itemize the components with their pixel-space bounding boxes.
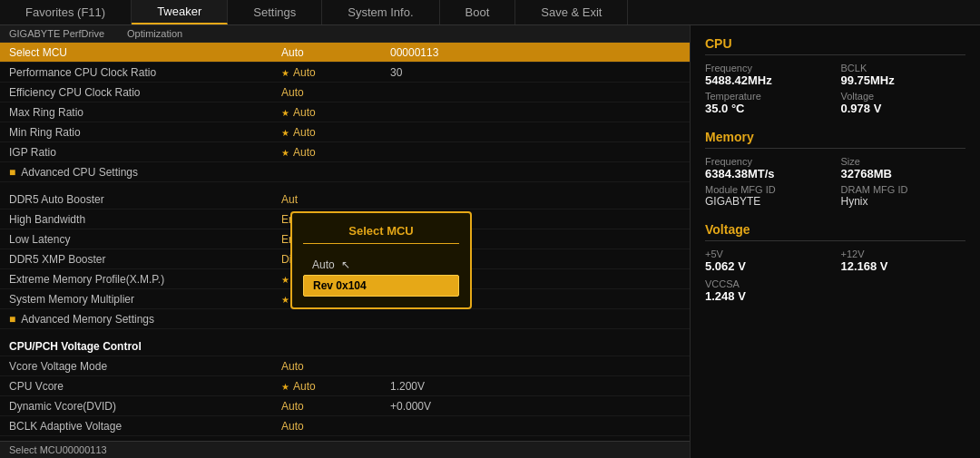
- status-bar: Select MCU00000113: [0, 441, 690, 458]
- cpu-temp-value: 35.0 °C: [705, 102, 830, 115]
- section-header: GIGABYTE PerfDrive Optimization: [0, 25, 690, 43]
- row-perf-cpu-clock-value: ★Auto: [281, 66, 390, 79]
- voltage-12v-value: 12.168 V: [841, 259, 966, 273]
- cpu-bclk-col: BCLK 99.75MHz Voltage 0.978 V: [841, 63, 966, 115]
- row-advanced-cpu-name: ■Advanced CPU Settings: [9, 166, 281, 179]
- divider-1: [0, 182, 690, 190]
- bullet-icon-2: ■: [9, 313, 15, 326]
- star-icon-4: ★: [281, 148, 289, 158]
- nav-save-exit[interactable]: Save & Exit: [515, 0, 628, 24]
- row-advanced-memory-name: ■Advanced Memory Settings: [9, 313, 281, 326]
- row-dvid-value: Auto: [281, 400, 390, 413]
- row-dvid-name: Dynamic Vcore(DVID): [9, 400, 281, 413]
- row-perf-cpu-clock-name: Performance CPU Clock Ratio: [9, 66, 281, 79]
- row-cpu-vcore[interactable]: CPU Vcore ★Auto 1.200V: [0, 376, 690, 396]
- row-sys-mem-name: System Memory Multiplier: [9, 293, 281, 306]
- row-vcore-mode[interactable]: Vcore Voltage Mode Auto: [0, 356, 690, 376]
- star-icon-5: ★: [281, 275, 289, 285]
- row-xmp-name: Extreme Memory Profile(X.M.P.): [9, 273, 281, 286]
- row-bclk-voltage[interactable]: BCLK Adaptive Voltage Auto: [0, 416, 690, 436]
- row-cpu-vcore-value2: 1.200V: [390, 380, 681, 393]
- row-select-mcu[interactable]: Select MCU Auto 00000113: [0, 43, 690, 63]
- bullet-icon: ■: [9, 166, 15, 179]
- col-name-header: GIGABYTE PerfDrive: [9, 28, 127, 39]
- col-opt-header: Optimization: [127, 28, 182, 39]
- star-icon-6: ★: [281, 295, 289, 305]
- voltage-vccsa-value: 1.248 V: [705, 289, 965, 303]
- memory-size-value: 32768MB: [841, 167, 966, 180]
- row-igp-ratio-name: IGP Ratio: [9, 146, 281, 159]
- row-perf-cpu-clock-value2: 30: [390, 66, 681, 79]
- row-select-mcu-value: Auto: [281, 46, 390, 59]
- cpu-stats-grid: Frequency 5488.42MHz Temperature 35.0 °C…: [705, 63, 965, 115]
- voltage-5v-value: 5.062 V: [705, 259, 830, 273]
- popup-option-auto-label: Auto: [312, 258, 335, 271]
- row-max-ring-value: ★Auto: [281, 106, 390, 119]
- row-perf-cpu-clock[interactable]: Performance CPU Clock Ratio ★Auto 30: [0, 63, 690, 83]
- row-eff-cpu-clock-value: Auto: [281, 86, 390, 99]
- row-select-mcu-value2: 00000113: [390, 46, 681, 59]
- memory-freq-label: Frequency: [705, 156, 830, 167]
- memory-stats-grid: Frequency 6384.38MT/s Module MFG ID GIGA…: [705, 156, 965, 208]
- cpu-freq-label: Frequency 5488.42MHz Temperature 35.0 °C: [705, 63, 830, 115]
- cpu-section: CPU Frequency 5488.42MHz Temperature 35.…: [705, 36, 965, 115]
- voltage-5v-col: +5V 5.062 V: [705, 248, 830, 273]
- row-ddr5-booster-name: DDR5 Auto Booster: [9, 193, 281, 206]
- memory-dram-label: DRAM MFG ID: [841, 184, 966, 195]
- cpu-voltage-label: Voltage: [841, 91, 966, 102]
- nav-settings[interactable]: Settings: [228, 0, 322, 24]
- row-dvid[interactable]: Dynamic Vcore(DVID) Auto +0.000V: [0, 396, 690, 416]
- row-min-ring[interactable]: Min Ring Ratio ★Auto: [0, 122, 690, 142]
- row-vcore-mode-name: Vcore Voltage Mode: [9, 360, 281, 373]
- row-igp-ratio[interactable]: IGP Ratio ★Auto: [0, 142, 690, 162]
- memory-dram-value: Hynix: [841, 195, 966, 208]
- select-mcu-popup[interactable]: Select MCU Auto ↖ Rev 0x104: [290, 211, 472, 309]
- star-icon-2: ★: [281, 108, 289, 118]
- cpu-frequency-value: 5488.42MHz: [705, 73, 830, 87]
- voltage-12v-label: +12V: [841, 248, 966, 259]
- memory-freq-value: 6384.38MT/s: [705, 167, 830, 180]
- star-icon-7: ★: [281, 382, 289, 392]
- voltage-5v-label: +5V: [705, 248, 830, 259]
- memory-size-col: Size 32768MB DRAM MFG ID Hynix: [841, 156, 966, 208]
- popup-option-rev[interactable]: Rev 0x104: [303, 275, 459, 297]
- nav-boot[interactable]: Boot: [440, 0, 516, 24]
- voltage-section: Voltage +5V 5.062 V +12V 12.168 V VCCSA …: [705, 222, 965, 303]
- popup-option-auto[interactable]: Auto ↖: [303, 255, 459, 275]
- row-ddr5-xmp-name: DDR5 XMP Booster: [9, 253, 281, 266]
- row-max-ring-name: Max Ring Ratio: [9, 106, 281, 119]
- row-ddr5-booster[interactable]: DDR5 Auto Booster Aut: [0, 190, 690, 210]
- memory-section: Memory Frequency 6384.38MT/s Module MFG …: [705, 130, 965, 208]
- nav-system-info[interactable]: System Info.: [322, 0, 439, 24]
- voltage-vccsa-row: VCCSA 1.248 V: [705, 278, 965, 303]
- cursor-icon: ↖: [341, 258, 350, 271]
- popup-title: Select MCU: [303, 224, 459, 244]
- memory-section-title: Memory: [705, 130, 965, 149]
- divider-2: [0, 329, 690, 336]
- row-dvid-value2: +0.000V: [390, 400, 681, 413]
- row-voltage-header: CPU/PCH Voltage Control: [0, 336, 690, 356]
- star-icon: ★: [281, 68, 289, 78]
- main-layout: GIGABYTE PerfDrive Optimization Select M…: [0, 25, 980, 458]
- row-eff-cpu-clock-name: Efficiency CPU Clock Ratio: [9, 86, 281, 99]
- row-cpu-vcore-value: ★Auto: [281, 380, 390, 393]
- row-eff-cpu-clock[interactable]: Efficiency CPU Clock Ratio Auto: [0, 83, 690, 102]
- row-max-ring[interactable]: Max Ring Ratio ★Auto: [0, 102, 690, 122]
- voltage-stats-grid: +5V 5.062 V +12V 12.168 V: [705, 248, 965, 273]
- row-high-bandwidth-name: High Bandwidth: [9, 213, 281, 226]
- row-advanced-cpu[interactable]: ■Advanced CPU Settings: [0, 162, 690, 182]
- cpu-bclk-value: 99.75MHz: [841, 73, 966, 87]
- cpu-temp-label: Temperature: [705, 91, 830, 102]
- nav-tweaker[interactable]: Tweaker: [132, 0, 228, 24]
- row-bclk-voltage-name: BCLK Adaptive Voltage: [9, 420, 281, 433]
- row-cpu-vcore-name: CPU Vcore: [9, 380, 281, 393]
- memory-mfg-label: Module MFG ID: [705, 184, 830, 195]
- left-panel: GIGABYTE PerfDrive Optimization Select M…: [0, 25, 690, 458]
- row-advanced-memory[interactable]: ■Advanced Memory Settings: [0, 309, 690, 329]
- nav-favorites[interactable]: Favorites (F11): [0, 0, 132, 24]
- cpu-voltage-value: 0.978 V: [841, 102, 966, 115]
- memory-freq-col: Frequency 6384.38MT/s Module MFG ID GIGA…: [705, 156, 830, 208]
- cpu-frequency-label: Frequency: [705, 63, 830, 73]
- memory-size-label: Size: [841, 156, 966, 167]
- cpu-bclk-label: BCLK: [841, 63, 966, 73]
